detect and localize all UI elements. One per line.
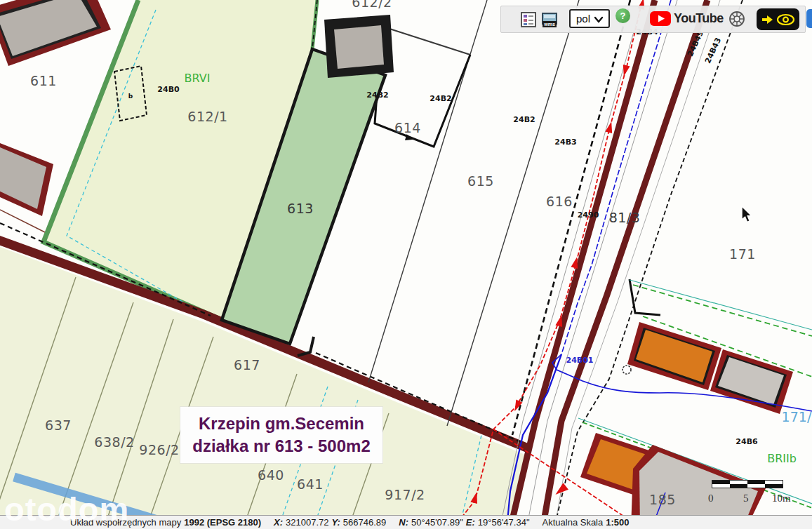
legend-button[interactable] xyxy=(521,12,536,27)
crs-value: 1992 (EPSG 2180) xyxy=(184,517,261,528)
globe-icon xyxy=(728,11,745,27)
top-toolbar: wms pol ? YouTube xyxy=(500,6,806,33)
youtube-play-icon xyxy=(650,11,671,26)
n-label: N: xyxy=(399,517,408,528)
n-value: 50°45'07.89" xyxy=(411,517,463,528)
wms-button[interactable]: wms xyxy=(541,13,558,28)
listing-parcel-info: działka nr 613 - 500m2 xyxy=(192,435,370,457)
geoportal-app: 611BRVI24B0612/1612/2b61461324B224B224B2… xyxy=(0,0,812,529)
chevron-down-icon xyxy=(594,16,604,23)
svg-text:wms: wms xyxy=(543,22,555,27)
status-bar: Układ współrzędnych mapy 1992 (EPSG 2180… xyxy=(0,515,812,529)
scale-tick-10: 10m xyxy=(772,493,791,504)
e-label: E: xyxy=(466,517,475,528)
visibility-panel-button[interactable] xyxy=(757,8,799,30)
language-select[interactable]: pol xyxy=(569,9,610,28)
y-label: Y: xyxy=(332,517,340,528)
globe-button[interactable] xyxy=(728,11,745,27)
listing-overlay: Krzepin gm.Secemin działka nr 613 - 500m… xyxy=(180,407,382,463)
scale-tick-5: 5 xyxy=(743,493,749,504)
legend-grid-icon xyxy=(521,12,536,27)
help-button[interactable]: ? xyxy=(615,8,630,23)
x-value: 321007.72 xyxy=(286,517,328,528)
x-label: X: xyxy=(274,517,283,528)
listing-location: Krzepin gm.Secemin xyxy=(199,413,364,435)
clipped-blue-button[interactable] xyxy=(806,9,812,28)
arrow-right-icon xyxy=(761,13,774,26)
eye-icon xyxy=(776,13,795,26)
youtube-wordmark: YouTube xyxy=(674,11,724,26)
help-question-icon: ? xyxy=(620,11,626,21)
e-value: 19°56'47.34" xyxy=(478,517,530,528)
scale-value: 1:500 xyxy=(606,517,629,528)
y-value: 566746.89 xyxy=(343,517,386,528)
language-value: pol xyxy=(576,13,590,25)
scale-label: Aktualna Skala xyxy=(543,517,604,528)
youtube-link[interactable]: YouTube xyxy=(650,11,724,26)
wms-icon: wms xyxy=(541,13,558,28)
scale-bar: 0 5 10m xyxy=(712,480,783,488)
scale-tick-0: 0 xyxy=(708,493,714,504)
map-canvas[interactable] xyxy=(0,0,812,529)
crs-prefix: Układ współrzędnych mapy xyxy=(70,517,181,528)
